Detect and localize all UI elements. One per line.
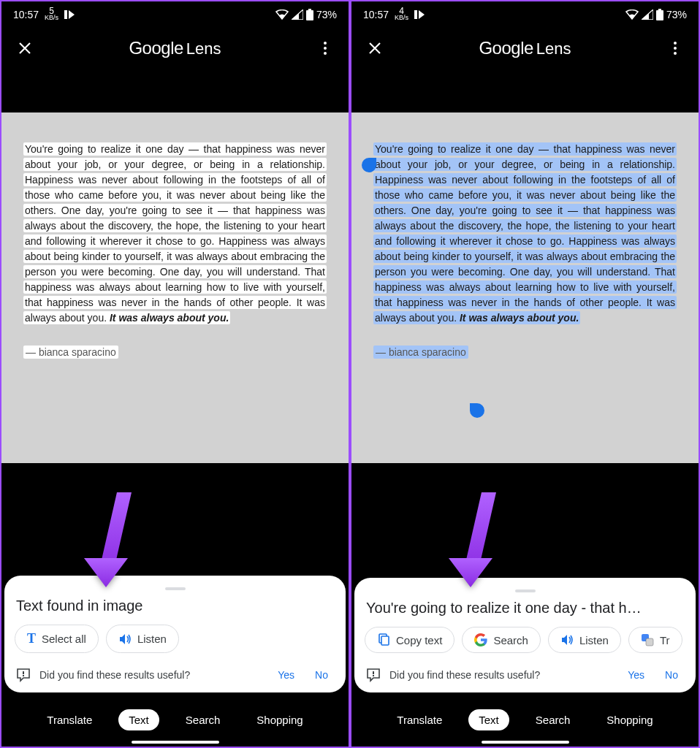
text-icon: T bbox=[27, 631, 36, 646]
status-time: 10:57 bbox=[363, 9, 389, 20]
selection-handle-end[interactable] bbox=[470, 403, 484, 418]
wifi-icon bbox=[625, 9, 639, 20]
selected-text[interactable]: You're going to realize it one day — tha… bbox=[373, 142, 677, 326]
sheet-title: You're going to realize it one day - tha… bbox=[366, 600, 684, 617]
bottom-sheet: Text found in image T Select all Listen … bbox=[4, 576, 346, 692]
status-bar: 10:57 5 KB/s 73% bbox=[1, 1, 349, 28]
speaker-icon bbox=[560, 633, 574, 646]
select-all-chip[interactable]: T Select all bbox=[15, 625, 99, 653]
battery-icon bbox=[306, 9, 313, 20]
selection-handle-start[interactable] bbox=[362, 158, 376, 172]
feedback-icon bbox=[16, 668, 31, 682]
mode-tabs: Translate Text Search Shopping bbox=[1, 692, 349, 747]
close-button[interactable] bbox=[10, 34, 39, 63]
signal-icon bbox=[292, 9, 303, 20]
mode-tabs: Translate Text Search Shopping bbox=[351, 692, 699, 747]
detected-text[interactable]: You're going to realize it one day — tha… bbox=[23, 142, 327, 326]
tab-text[interactable]: Text bbox=[468, 709, 509, 730]
tab-shopping[interactable]: Shopping bbox=[596, 709, 663, 730]
copy-text-chip[interactable]: Copy text bbox=[365, 627, 454, 653]
battery-icon bbox=[656, 9, 663, 20]
feedback-yes[interactable]: Yes bbox=[272, 666, 300, 684]
feedback-prompt: Did you find these results useful? bbox=[39, 669, 190, 681]
bottom-sheet: You're going to realize it one day - tha… bbox=[354, 578, 696, 692]
svg-point-3 bbox=[324, 42, 327, 45]
network-speed: 5 KB/s bbox=[45, 8, 58, 21]
action-chips: Copy text Search Listen bbox=[365, 627, 685, 653]
status-time: 10:57 bbox=[13, 9, 39, 20]
svg-point-5 bbox=[324, 52, 327, 55]
google-icon bbox=[474, 633, 487, 646]
phone-left: 10:57 5 KB/s 73% Googl bbox=[0, 0, 350, 748]
tab-search[interactable]: Search bbox=[525, 709, 581, 730]
listen-chip[interactable]: Listen bbox=[106, 625, 179, 653]
network-speed: 4 KB/s bbox=[395, 8, 408, 21]
close-button[interactable] bbox=[360, 34, 389, 63]
author-text[interactable]: — bianca sparacino bbox=[373, 346, 677, 359]
brand-logo: Google bbox=[479, 38, 533, 58]
feedback-yes[interactable]: Yes bbox=[622, 666, 650, 684]
feedback-no[interactable]: No bbox=[659, 666, 684, 684]
svg-point-4 bbox=[324, 47, 327, 50]
tab-search[interactable]: Search bbox=[175, 709, 231, 730]
search-chip[interactable]: Search bbox=[462, 627, 541, 653]
app-header: Google Lens bbox=[351, 28, 699, 69]
svg-point-11 bbox=[674, 42, 677, 45]
battery-percent: 73% bbox=[316, 9, 337, 20]
app-header: Google Lens bbox=[1, 28, 349, 69]
feedback-row: Did you find these results useful? Yes N… bbox=[365, 666, 685, 684]
brand-sub: Lens bbox=[536, 39, 571, 58]
overflow-menu-button[interactable] bbox=[661, 34, 690, 63]
phone-right: 10:57 4 KB/s 73% Googl bbox=[350, 0, 700, 748]
svg-rect-17 bbox=[646, 638, 653, 646]
drag-handle[interactable] bbox=[165, 587, 186, 590]
scanned-photo: You're going to realize it one day — tha… bbox=[1, 112, 349, 463]
feedback-no[interactable]: No bbox=[309, 666, 334, 684]
author-text[interactable]: — bianca sparacino bbox=[23, 346, 327, 359]
notification-icon bbox=[414, 10, 426, 19]
svg-rect-10 bbox=[656, 10, 663, 20]
svg-rect-9 bbox=[658, 9, 661, 10]
signal-icon bbox=[642, 9, 653, 20]
svg-rect-8 bbox=[414, 10, 417, 19]
home-indicator[interactable] bbox=[132, 741, 219, 744]
svg-rect-7 bbox=[23, 675, 24, 676]
feedback-icon bbox=[366, 668, 381, 682]
battery-percent: 73% bbox=[666, 9, 687, 20]
tutorial-arrow bbox=[445, 492, 518, 587]
tab-shopping[interactable]: Shopping bbox=[246, 709, 313, 730]
svg-rect-2 bbox=[306, 10, 313, 20]
svg-rect-18 bbox=[373, 671, 374, 674]
notification-icon bbox=[64, 10, 76, 19]
chip-label: Search bbox=[493, 634, 528, 646]
home-indicator[interactable] bbox=[482, 741, 569, 744]
svg-rect-19 bbox=[373, 675, 374, 676]
translate-icon bbox=[641, 633, 654, 646]
chip-label: Listen bbox=[137, 633, 167, 645]
listen-chip[interactable]: Listen bbox=[548, 627, 621, 653]
drag-handle[interactable] bbox=[515, 589, 536, 592]
action-chips: T Select all Listen bbox=[15, 625, 335, 653]
scanned-photo: You're going to realize it one day — tha… bbox=[351, 112, 699, 463]
copy-icon bbox=[377, 633, 390, 646]
svg-point-12 bbox=[674, 47, 677, 50]
translate-chip[interactable]: Tr bbox=[628, 627, 682, 653]
svg-rect-1 bbox=[308, 9, 311, 10]
feedback-prompt: Did you find these results useful? bbox=[389, 669, 540, 681]
status-bar: 10:57 4 KB/s 73% bbox=[351, 1, 699, 28]
speaker-icon bbox=[118, 633, 132, 646]
tab-translate[interactable]: Translate bbox=[387, 709, 452, 730]
feedback-row: Did you find these results useful? Yes N… bbox=[15, 666, 335, 684]
sheet-title: Text found in image bbox=[16, 598, 334, 614]
chip-label: Listen bbox=[579, 634, 609, 646]
overflow-menu-button[interactable] bbox=[311, 34, 340, 63]
chip-label: Copy text bbox=[396, 634, 442, 646]
tab-text[interactable]: Text bbox=[118, 709, 159, 730]
brand-sub: Lens bbox=[186, 39, 221, 58]
chip-label: Select all bbox=[42, 633, 86, 645]
tutorial-arrow bbox=[80, 492, 153, 587]
svg-point-13 bbox=[674, 52, 677, 55]
brand-logo: Google bbox=[129, 38, 183, 58]
tab-translate[interactable]: Translate bbox=[37, 709, 102, 730]
wifi-icon bbox=[275, 9, 289, 20]
